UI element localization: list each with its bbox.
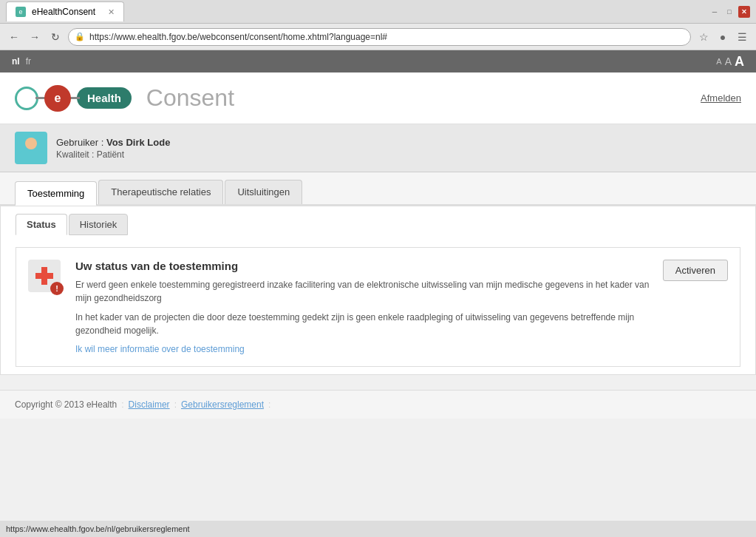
- tab-toestemming[interactable]: Toestemming: [15, 181, 97, 206]
- status-text2: In het kader van de projecten die door d…: [75, 311, 651, 337]
- footer-sep1: :: [121, 399, 123, 410]
- tab-title: eHealthConsent: [32, 7, 95, 17]
- logo-e-circle: e: [44, 85, 71, 112]
- menu-icon[interactable]: ☰: [734, 29, 750, 45]
- font-medium-button[interactable]: A: [725, 55, 732, 67]
- status-more-info-link[interactable]: Ik wil meer informatie over de toestemmi…: [75, 344, 245, 354]
- browser-tab[interactable]: e eHealthConsent ✕: [6, 1, 124, 21]
- profile-icon[interactable]: ●: [715, 29, 731, 45]
- status-bar: https://www.ehealth.fgov.be/nl/gebruiker…: [0, 521, 756, 537]
- language-bar: nl fr A A A: [0, 50, 756, 72]
- quality-value: Patiënt: [97, 149, 124, 160]
- minimize-button[interactable]: ─: [709, 6, 721, 18]
- content-area: Status Historiek ! Uw status van de toes…: [0, 206, 756, 375]
- logo-consent-text: Consent: [146, 84, 234, 112]
- sub-tabs: Status Historiek: [16, 214, 740, 235]
- forward-button[interactable]: →: [27, 29, 43, 45]
- browser-toolbar: ← → ↻ 🔒 https://www.ehealth.fgov.be/webc…: [0, 24, 756, 50]
- gebruikersreglement-link[interactable]: Gebruikersreglement: [181, 399, 264, 410]
- status-content: Uw status van de toestemming Er werd gee…: [75, 260, 651, 354]
- tab-therapeutische-relaties[interactable]: Therapeutische relaties: [98, 180, 223, 204]
- avatar-shirt: [20, 151, 42, 163]
- lang-nl[interactable]: nl: [12, 56, 20, 67]
- subtab-historiek[interactable]: Historiek: [69, 214, 129, 235]
- logo-area: e Health Consent: [15, 84, 234, 112]
- lang-fr[interactable]: fr: [26, 56, 31, 67]
- status-bar-url: https://www.ehealth.fgov.be/nl/gebruiker…: [6, 524, 190, 533]
- maximize-button[interactable]: □: [723, 6, 735, 18]
- close-button[interactable]: ✕: [738, 6, 750, 18]
- page-header: e Health Consent Afmelden: [0, 72, 756, 124]
- subtab-status[interactable]: Status: [16, 214, 67, 235]
- avatar-head: [25, 138, 37, 149]
- user-quality: Kwaliteit : Patiënt: [56, 149, 170, 160]
- back-button[interactable]: ←: [6, 29, 22, 45]
- browser-titlebar: e eHealthConsent ✕ ─ □ ✕: [0, 0, 756, 24]
- user-label: Gebruiker :: [56, 137, 103, 148]
- svg-rect-1: [35, 273, 53, 279]
- address-bar[interactable]: 🔒 https://www.ehealth.fgov.be/webconsent…: [68, 28, 691, 46]
- disclaimer-link[interactable]: Disclaimer: [129, 399, 170, 410]
- url-text: https://www.ehealth.fgov.be/webconsent/c…: [89, 32, 387, 42]
- language-links: nl fr: [12, 56, 31, 67]
- activate-button[interactable]: Activeren: [663, 260, 728, 281]
- user-bar: Gebruiker : Vos Dirk Lode Kwaliteit : Pa…: [0, 124, 756, 172]
- status-text1: Er werd geen enkele toestemming geregist…: [75, 278, 651, 305]
- font-small-button[interactable]: A: [716, 57, 721, 66]
- user-name-value: Vos Dirk Lode: [106, 137, 170, 148]
- security-lock-icon: 🔒: [75, 32, 85, 41]
- status-title: Uw status van de toestemming: [75, 260, 651, 272]
- logo-icon: e Health: [15, 85, 132, 112]
- tab-close-button[interactable]: ✕: [108, 7, 115, 17]
- main-tabs: Toestemming Therapeutische relaties Uits…: [0, 172, 756, 206]
- tab-favicon: e: [16, 7, 26, 17]
- reload-button[interactable]: ↻: [47, 29, 64, 45]
- page-footer: Copyright © 2013 eHealth : Disclaimer : …: [0, 390, 756, 419]
- footer-sep2: :: [174, 399, 177, 410]
- footer-sep3: :: [268, 399, 270, 410]
- logo-health-pill: Health: [77, 87, 132, 109]
- afmelden-link[interactable]: Afmelden: [701, 92, 741, 104]
- avatar: [15, 132, 47, 164]
- font-size-controls: A A A: [716, 54, 744, 70]
- star-icon[interactable]: ☆: [695, 29, 712, 45]
- status-badge: !: [50, 282, 64, 295]
- copyright-text: Copyright © 2013 eHealth: [15, 399, 117, 410]
- user-info: Gebruiker : Vos Dirk Lode Kwaliteit : Pa…: [56, 137, 170, 160]
- status-icon: !: [28, 260, 64, 295]
- user-name: Gebruiker : Vos Dirk Lode: [56, 137, 170, 148]
- tab-uitsluitingen[interactable]: Uitsluitingen: [225, 180, 302, 204]
- quality-label: Kwaliteit :: [56, 149, 94, 160]
- status-card: ! Uw status van de toestemming Er werd g…: [16, 247, 740, 367]
- font-large-button[interactable]: A: [735, 54, 744, 70]
- toolbar-actions: ☆ ● ☰: [695, 29, 750, 45]
- window-buttons: ─ □ ✕: [709, 6, 750, 18]
